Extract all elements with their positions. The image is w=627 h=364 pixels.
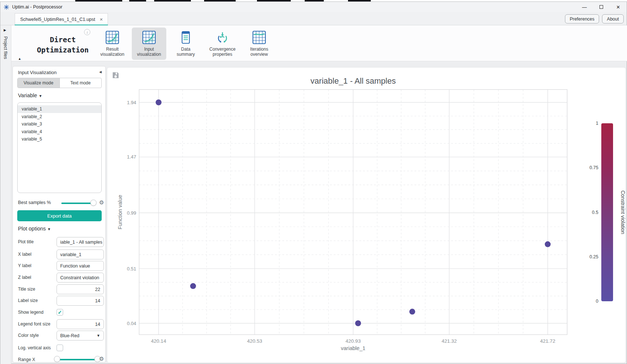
svg-text:421.72: 421.72	[540, 338, 555, 344]
toolbar-button-label: Iterationsoverview	[242, 47, 276, 57]
field-row-z-label: Z labelConstraint violation	[13, 273, 105, 283]
app-window: Uptim.ai - Postprocessor — ✕ Schwefel5_U…	[0, 1, 627, 364]
close-button[interactable]: ✕	[610, 2, 627, 12]
field-row-x-label: X labelvariable_1	[13, 250, 105, 259]
data-point	[409, 309, 415, 314]
toolbar-button-data-summary[interactable]: Datasummary	[168, 28, 203, 60]
toolbar-button-iterations-overview[interactable]: Iterationsoverview	[242, 28, 276, 60]
field-label: Y label	[18, 263, 31, 268]
input-visualization-icon	[142, 39, 156, 46]
toolbar-button-label: Convergenceproperties	[205, 47, 240, 57]
gear-icon[interactable]: ⚙	[99, 356, 104, 362]
chevron-down-icon: ▼	[97, 334, 100, 338]
tab-document[interactable]: Schwefel5_UptimRes_1_01_C1.upst ✕	[15, 13, 108, 25]
label-size-input[interactable]: 14	[57, 296, 104, 306]
title-size-input[interactable]: 22	[57, 284, 104, 294]
svg-text:1.47: 1.47	[127, 154, 136, 160]
legend-font-size-input[interactable]: 14	[57, 319, 104, 329]
data-point	[156, 99, 162, 105]
plot-canvas[interactable]: 420.14420.53420.93421.32421.721.941.470.…	[107, 68, 626, 363]
y-label-input[interactable]: Function value	[57, 261, 104, 271]
field-label: Plot title	[18, 239, 34, 244]
field-label: Legend font size	[18, 321, 50, 327]
field-label: Show legend	[18, 310, 43, 315]
about-button[interactable]: About	[602, 14, 624, 23]
tab-label: Schwefel5_UptimRes_1_01_C1.upst	[20, 17, 95, 22]
toolbar-button-convergence-properties[interactable]: Convergenceproperties	[205, 28, 240, 60]
field-row-log-vertical-axis: Log. vertical axis	[13, 343, 105, 353]
x-label-input[interactable]: variable_1	[57, 250, 104, 259]
tab-strip: Schwefel5_UptimRes_1_01_C1.upst ✕ Prefer…	[0, 12, 627, 25]
svg-text:420.93: 420.93	[345, 338, 360, 344]
toolbar-button-input-visualization[interactable]: Inputvisualization	[132, 28, 166, 60]
svg-text:0.99: 0.99	[127, 210, 136, 216]
field-row-color-style: Color styleBlue-Red▼	[13, 331, 105, 341]
svg-text:1: 1	[596, 121, 598, 126]
z-label-input[interactable]: Constraint violation	[57, 273, 104, 283]
preferences-button[interactable]: Preferences	[565, 14, 599, 23]
toolbar-button-result-visualization[interactable]: Resultvisualization	[95, 28, 130, 60]
iterations-overview-icon	[252, 39, 266, 46]
field-label: Range X	[18, 357, 35, 362]
window-title: Uptim.ai - Postprocessor	[12, 4, 62, 10]
field-row-plot-title: Plot titleiable_1 - All samples	[13, 237, 105, 247]
project-files-label: Project files	[3, 36, 8, 59]
app-logo-icon	[3, 4, 10, 10]
svg-text:0.5: 0.5	[592, 210, 598, 215]
field-row-title-size: Title size22	[13, 284, 105, 294]
field-label: Z label	[18, 275, 31, 280]
titlebar: Uptim.ai - Postprocessor — ✕	[0, 2, 627, 12]
svg-text:421.32: 421.32	[442, 338, 457, 344]
minimize-button[interactable]: —	[576, 2, 593, 12]
svg-text:0.51: 0.51	[127, 266, 136, 272]
color-style-dropdown[interactable]: Blue-Red▼	[57, 331, 104, 341]
toolbar-button-label: Datasummary	[168, 47, 203, 57]
svg-text:0.75: 0.75	[590, 165, 598, 170]
result-visualization-icon	[105, 39, 119, 46]
field-label: Title size	[18, 287, 35, 292]
plot-title-input[interactable]: iable_1 - All samples	[57, 237, 104, 247]
field-label: Label size	[18, 298, 38, 303]
field-row-range-x: Range X⚙	[13, 355, 105, 363]
field-label: X label	[18, 252, 32, 257]
tab-close-icon[interactable]: ✕	[99, 17, 103, 22]
svg-text:420.53: 420.53	[247, 338, 262, 344]
data-point	[545, 241, 551, 247]
data-summary-icon	[179, 39, 193, 46]
svg-text:Function value: Function value	[117, 195, 123, 229]
chart-area: variable_1 - All samples 420.14420.53420…	[107, 67, 626, 363]
show-legend-checkbox[interactable]: ✓	[57, 309, 63, 316]
log-vertical-axis-checkbox[interactable]	[57, 345, 63, 351]
toolbar: Direct Optimization i ▲ Resultvisualizat…	[11, 25, 627, 61]
info-icon[interactable]: i	[84, 29, 90, 35]
field-label: Log. vertical axis	[18, 345, 51, 350]
colorbar-label: Constraint violation	[620, 190, 626, 234]
optimization-block-title: Direct Optimization	[26, 35, 99, 55]
field-row-y-label: Y labelFunction value	[13, 261, 105, 271]
colorbar	[601, 123, 613, 301]
svg-text:variable_1: variable_1	[341, 345, 366, 351]
project-files-strip: ▶ Project files	[0, 25, 11, 364]
field-row-show-legend: Show legend✓	[13, 307, 105, 317]
convergence-properties-icon	[215, 39, 229, 46]
field-label: Color style	[18, 333, 39, 338]
screen: Uptim.ai - Postprocessor — ✕ Schwefel5_U…	[0, 0, 627, 364]
data-point	[355, 320, 361, 326]
collapse-section-icon[interactable]: ▲	[18, 57, 21, 61]
toolbar-button-label: Inputvisualization	[132, 47, 166, 57]
svg-text:0.04: 0.04	[127, 321, 136, 326]
input-visualization-panel: Input Visualization ◀ Visualize modeText…	[12, 66, 106, 363]
maximize-icon	[599, 5, 603, 9]
svg-text:0.25: 0.25	[590, 254, 598, 259]
maximize-button[interactable]	[593, 2, 610, 12]
range-x-slider[interactable]	[57, 359, 97, 360]
svg-text:420.14: 420.14	[151, 338, 166, 344]
project-files-expand-icon[interactable]: ▶	[4, 28, 6, 32]
field-row-legend-font-size: Legend font size14	[13, 319, 105, 329]
svg-text:0: 0	[596, 299, 598, 304]
field-row-label-size: Label size14	[13, 296, 105, 306]
toolbar-button-label: Resultvisualization	[95, 47, 130, 57]
data-point	[190, 283, 196, 289]
range-x-handle-min[interactable]	[54, 356, 60, 362]
svg-text:1.94: 1.94	[127, 100, 136, 105]
